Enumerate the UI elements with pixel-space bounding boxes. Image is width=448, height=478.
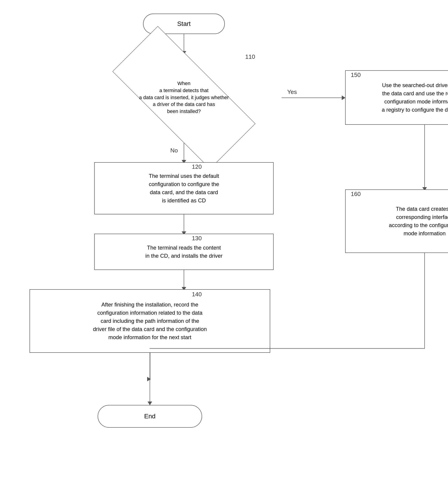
box-140-label: After finishing the installation, record… — [93, 301, 207, 341]
no-label: No — [170, 147, 178, 154]
end-label: End — [144, 413, 155, 420]
step-120: 120 — [192, 163, 202, 170]
box-130-label: The terminal reads the content in the CD… — [145, 244, 223, 260]
flowchart-diagram: Start Whena terminal detects thata data … — [0, 0, 448, 478]
yes-label: Yes — [287, 88, 297, 95]
step-160: 160 — [351, 191, 361, 198]
box-150: Use the searched-out driver to load the … — [345, 70, 448, 125]
step-150: 150 — [351, 71, 361, 78]
end-shape: End — [98, 405, 202, 428]
decision-label: Whena terminal detects thata data card i… — [134, 75, 233, 120]
box-120: The terminal uses the default configurat… — [94, 162, 274, 214]
box-130: The terminal reads the content in the CD… — [94, 234, 274, 270]
box-160: The data card creates a corresponding in… — [345, 189, 448, 253]
start-label: Start — [177, 20, 191, 27]
box-150-label: Use the searched-out driver to load the … — [382, 81, 448, 114]
box-140: After finishing the installation, record… — [30, 289, 270, 353]
step-130: 130 — [192, 235, 202, 242]
box-120-label: The terminal uses the default configurat… — [149, 172, 219, 205]
step-140: 140 — [192, 291, 202, 298]
step-110: 110 — [245, 53, 255, 60]
decision-shape: Whena terminal detects thata data card i… — [86, 52, 282, 143]
box-160-label: The data card creates a corresponding in… — [389, 205, 448, 238]
